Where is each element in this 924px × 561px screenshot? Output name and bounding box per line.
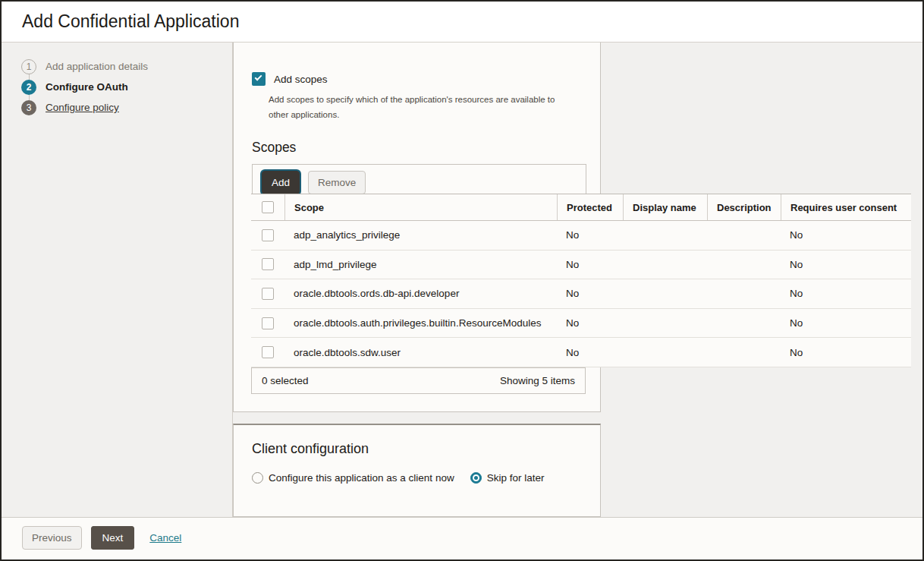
row-checkbox-cell [251, 309, 284, 338]
select-all-checkbox[interactable] [262, 201, 274, 213]
scope-cell: adp_analytics_privilege [284, 221, 557, 250]
previous-button[interactable]: Previous [22, 526, 82, 550]
scope-cell: adp_lmd_privilege [284, 251, 557, 279]
scopes-table-header: Scope Protected Display name Description… [251, 194, 911, 221]
dialog-body: 1 Add application details 2 Configure OA… [2, 43, 922, 517]
select-all-header-cell [251, 194, 284, 220]
radio-unselected-icon [252, 472, 263, 484]
requires-user-consent-cell: No [781, 221, 911, 250]
next-button[interactable]: Next [91, 526, 135, 550]
scopes-table: Scope Protected Display name Description… [251, 194, 911, 367]
scopes-section-title: Scopes [252, 140, 600, 156]
client-configuration-options: Configure this application as a client n… [252, 472, 600, 484]
table-row[interactable]: oracle.dbtools.auth.privileges.builtin.R… [251, 309, 911, 339]
row-checkbox-cell [251, 279, 284, 308]
display-name-cell [623, 251, 707, 279]
protected-cell: No [557, 251, 623, 279]
row-checkbox[interactable] [262, 346, 274, 358]
items-count: Showing 5 items [500, 375, 575, 386]
scopes-table-footer: 0 selected Showing 5 items [251, 367, 586, 394]
column-header-scope[interactable]: Scope [284, 194, 557, 220]
dialog-header: Add Confidential Application [2, 2, 922, 43]
wizard-steps-list: 1 Add application details 2 Configure OA… [2, 43, 232, 118]
table-row[interactable]: oracle.dbtools.sdw.user No No [251, 338, 911, 367]
dialog-footer: Previous Next Cancel [2, 517, 922, 558]
add-scopes-checkbox[interactable] [252, 72, 266, 86]
display-name-cell [623, 338, 707, 367]
client-configuration-title: Client configuration [252, 441, 600, 457]
row-checkbox-cell [251, 338, 284, 367]
row-checkbox-cell [251, 251, 284, 279]
table-row[interactable]: adp_lmd_privilege No No [251, 251, 911, 280]
protected-cell: No [557, 279, 623, 308]
step-configure-policy[interactable]: 3 Configure policy [21, 97, 232, 118]
row-checkbox[interactable] [262, 317, 274, 329]
radio-skip-for-later[interactable]: Skip for later [470, 472, 545, 484]
table-row[interactable]: oracle.dbtools.ords.db-api.developer No … [251, 279, 911, 309]
row-checkbox[interactable] [262, 288, 274, 300]
table-row[interactable]: adp_analytics_privilege No No [251, 221, 911, 251]
remove-scope-button[interactable]: Remove [308, 171, 366, 194]
step-add-application-details[interactable]: 1 Add application details [21, 56, 232, 77]
protected-cell: No [557, 338, 623, 367]
step-3-link[interactable]: Configure policy [46, 102, 119, 113]
column-header-protected[interactable]: Protected [557, 194, 623, 220]
checkmark-icon [255, 74, 262, 81]
display-name-cell [623, 279, 707, 308]
requires-user-consent-cell: No [781, 338, 911, 367]
selected-count: 0 selected [262, 375, 309, 386]
scope-cell: oracle.dbtools.sdw.user [284, 338, 557, 367]
description-cell [707, 251, 781, 279]
scope-cell: oracle.dbtools.auth.privileges.builtin.R… [284, 309, 557, 338]
row-checkbox[interactable] [262, 229, 274, 241]
step-2-indicator: 2 [21, 80, 36, 95]
display-name-cell [623, 309, 707, 338]
row-checkbox[interactable] [262, 258, 274, 270]
description-cell [707, 221, 781, 250]
description-cell [707, 309, 781, 338]
radio-configure-client-now[interactable]: Configure this application as a client n… [252, 472, 454, 484]
description-cell [707, 338, 781, 367]
requires-user-consent-cell: No [781, 309, 911, 338]
radio-configure-client-now-label: Configure this application as a client n… [269, 472, 454, 484]
cancel-link[interactable]: Cancel [149, 532, 181, 544]
add-scopes-description: Add scopes to specify which of the appli… [269, 92, 572, 122]
radio-skip-for-later-label: Skip for later [487, 472, 545, 484]
radio-selected-icon [470, 472, 482, 484]
step-1-label: Add application details [46, 61, 148, 72]
step-3-indicator: 3 [21, 100, 36, 115]
protected-cell: No [557, 309, 623, 338]
add-scopes-label[interactable]: Add scopes [274, 74, 328, 85]
scope-cell: oracle.dbtools.ords.db-api.developer [284, 279, 557, 308]
step-1-indicator: 1 [21, 59, 36, 74]
wizard-steps-sidebar: 1 Add application details 2 Configure OA… [2, 43, 233, 517]
description-cell [707, 279, 781, 308]
client-configuration-panel: Client configuration Configure this appl… [233, 424, 601, 517]
scopes-table-body: adp_analytics_privilege No No adp_lmd_pr… [251, 221, 911, 367]
step-2-label: Configure OAuth [46, 81, 128, 93]
add-scope-button[interactable]: Add [262, 171, 300, 194]
column-header-display-name[interactable]: Display name [623, 194, 707, 220]
display-name-cell [623, 221, 707, 250]
add-confidential-application-dialog: Add Confidential Application 1 Add appli… [0, 0, 924, 561]
step-configure-oauth[interactable]: 2 Configure OAuth [21, 77, 232, 97]
add-scopes-row: Add scopes [252, 72, 600, 86]
row-checkbox-cell [251, 221, 284, 250]
column-header-description[interactable]: Description [707, 194, 781, 220]
column-header-requires-user-consent[interactable]: Requires user consent [781, 194, 911, 220]
requires-user-consent-cell: No [781, 251, 911, 279]
page-title: Add Confidential Application [22, 11, 239, 32]
requires-user-consent-cell: No [781, 279, 911, 308]
protected-cell: No [557, 221, 623, 250]
